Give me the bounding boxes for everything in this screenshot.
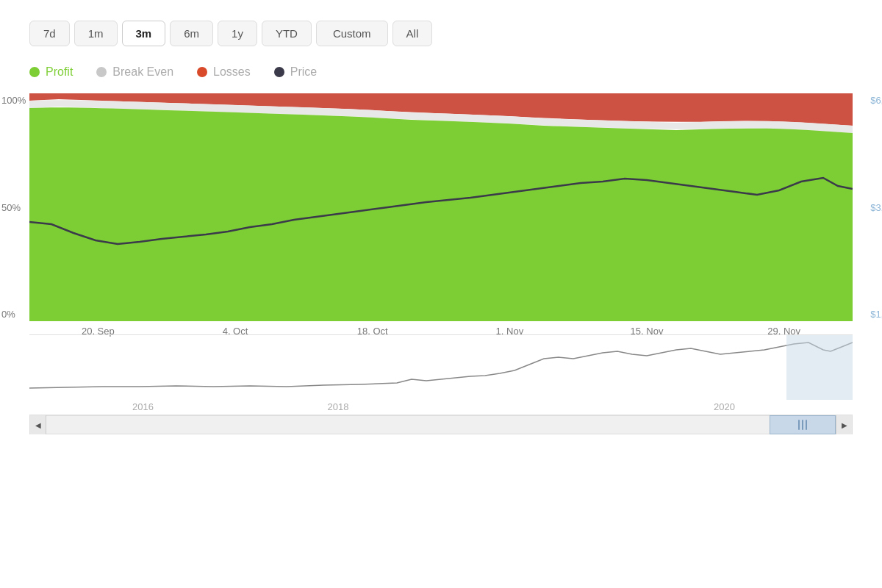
btn-1m[interactable]: 1m	[74, 21, 118, 46]
chart-legend: Profit Break Even Losses Price	[0, 58, 882, 93]
navigator-container: 2016 2018 2020	[29, 334, 853, 415]
y-label-6000: $6,000.00	[870, 95, 882, 106]
legend-breakeven: Break Even	[96, 65, 173, 79]
btn-ytd[interactable]: YTD	[262, 21, 312, 46]
scroll-handle[interactable]	[770, 415, 836, 434]
losses-label: Losses	[213, 65, 251, 79]
main-chart-container: 100% 50% 0% $6,000.00 $3,600.00 $1,200.0…	[29, 93, 853, 321]
nav-year-2020: 2020	[714, 401, 735, 412]
scroll-right-button[interactable]: ▶	[836, 415, 852, 434]
nav-svg	[29, 335, 853, 400]
svg-rect-0	[786, 335, 853, 400]
y-axis-left: 100% 50% 0%	[1, 93, 26, 321]
legend-losses: Losses	[197, 65, 251, 79]
handle-line-2	[802, 420, 803, 430]
y-axis-right: $6,000.00 $3,600.00 $1,200.00	[870, 93, 882, 321]
btn-1y[interactable]: 1y	[218, 21, 257, 46]
nav-year-2016: 2016	[132, 401, 154, 412]
scroll-track: ◀ ▶	[30, 416, 852, 434]
nav-scrollbar: ◀ ▶	[29, 415, 853, 434]
price-label: Price	[290, 65, 317, 79]
handle-lines	[798, 420, 807, 430]
price-dot	[274, 67, 284, 77]
y-label-1200: $1,200.00	[870, 309, 882, 320]
y-label-0: 0%	[1, 309, 26, 320]
legend-price: Price	[274, 65, 317, 79]
btn-6m[interactable]: 6m	[170, 21, 213, 46]
y-label-3600: $3,600.00	[870, 202, 882, 213]
profit-label: Profit	[46, 65, 73, 79]
y-label-100: 100%	[1, 95, 26, 106]
time-range-bar: 7d 1m 3m 6m 1y YTD Custom All	[0, 0, 882, 58]
losses-dot	[197, 67, 207, 77]
chart-main	[29, 93, 853, 321]
btn-all[interactable]: All	[392, 21, 433, 46]
chart-svg	[29, 93, 853, 321]
nav-year-2018: 2018	[328, 401, 349, 412]
legend-profit: Profit	[29, 65, 73, 79]
btn-custom[interactable]: Custom	[316, 21, 388, 46]
breakeven-label: Break Even	[112, 65, 173, 79]
scroll-left-button[interactable]: ◀	[30, 415, 46, 434]
btn-3m[interactable]: 3m	[122, 21, 166, 46]
y-label-50: 50%	[1, 202, 26, 213]
handle-line-3	[806, 420, 807, 430]
profit-dot	[29, 67, 40, 77]
handle-line-1	[798, 420, 800, 430]
breakeven-dot	[96, 67, 107, 77]
nav-year-labels: 2016 2018 2020	[29, 400, 853, 414]
btn-7d[interactable]: 7d	[29, 21, 70, 46]
